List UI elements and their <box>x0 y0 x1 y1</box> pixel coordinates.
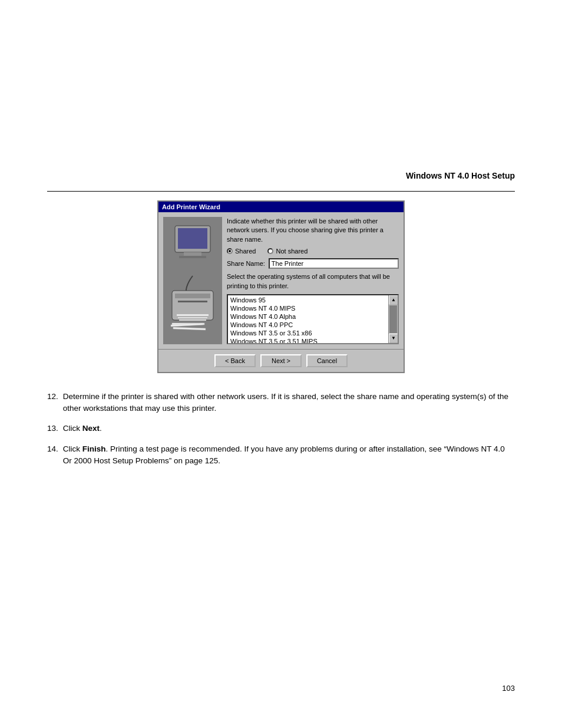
dialog-container: Add Printer Wizard <box>47 200 515 373</box>
svg-rect-2 <box>184 252 201 256</box>
instruction-12-text: Determine if the printer is shared with … <box>63 391 515 415</box>
os-item-nt40mips[interactable]: Windows NT 4.0 MIPS <box>229 304 396 312</box>
os-item-win95[interactable]: Windows 95 <box>229 296 396 304</box>
radio-row: Shared Not shared <box>227 248 399 255</box>
dialog-instruction: Indicate whether this printer will be sh… <box>227 217 399 244</box>
instruction-14: 14. Click Finish. Printing a test page i… <box>47 443 515 467</box>
os-listbox[interactable]: Windows 95 Windows NT 4.0 MIPS Windows N… <box>227 294 399 344</box>
dialog-footer: < Back Next > Cancel <box>158 349 404 372</box>
instruction-14-number: 14. <box>47 443 58 467</box>
svg-rect-8 <box>178 317 207 318</box>
instruction-12: 12. Determine if the printer is shared w… <box>47 391 515 415</box>
svg-rect-1 <box>178 228 207 249</box>
dialog-image-area <box>163 217 222 344</box>
os-listbox-items: Windows 95 Windows NT 4.0 MIPS Windows N… <box>228 295 398 344</box>
instruction-13: 13. Click Next. <box>47 423 515 434</box>
cancel-button[interactable]: Cancel <box>306 354 348 367</box>
dialog-body: Indicate whether this printer will be sh… <box>158 212 404 349</box>
share-name-row: Share Name: <box>227 258 399 269</box>
os-item-nt351x86[interactable]: Windows NT 3.5 or 3.51 x86 <box>229 329 396 337</box>
svg-rect-12 <box>173 327 206 330</box>
scrollbar-thumb[interactable] <box>389 305 397 333</box>
os-instruction: Select the operating systems of all comp… <box>227 272 399 291</box>
next-button[interactable]: Next > <box>260 354 302 367</box>
main-content: Add Printer Wizard <box>47 200 515 475</box>
add-printer-wizard-dialog: Add Printer Wizard <box>157 200 405 373</box>
dialog-title: Add Printer Wizard <box>162 203 220 210</box>
instruction-14-text: Click Finish. Printing a test page is re… <box>63 443 515 467</box>
instruction-12-number: 12. <box>47 391 58 415</box>
svg-rect-6 <box>178 301 207 302</box>
instructions-section: 12. Determine if the printer is shared w… <box>47 391 515 467</box>
scrollbar-up-arrow[interactable]: ▲ <box>389 295 398 305</box>
scrollbar-down-arrow[interactable]: ▼ <box>389 334 398 343</box>
page-header: Windows NT 4.0 Host Setup <box>0 171 562 180</box>
printer-illustration <box>166 223 219 338</box>
shared-label: Shared <box>235 248 256 255</box>
radio-shared[interactable]: Shared <box>227 248 256 255</box>
svg-rect-7 <box>177 314 209 316</box>
shared-radio-button[interactable] <box>227 248 233 254</box>
svg-rect-5 <box>175 294 210 298</box>
os-item-nt40alpha[interactable]: Windows NT 4.0 Alpha <box>229 312 396 321</box>
page-number: 103 <box>502 684 515 693</box>
radio-not-shared[interactable]: Not shared <box>267 248 308 255</box>
instruction-13-number: 13. <box>47 423 58 434</box>
header-rule <box>47 191 515 192</box>
share-name-label: Share Name: <box>227 260 265 267</box>
not-shared-radio-button[interactable] <box>267 248 273 254</box>
not-shared-label: Not shared <box>276 248 308 255</box>
os-item-nt40ppc[interactable]: Windows NT 4.0 PPC <box>229 321 396 329</box>
back-button[interactable]: < Back <box>214 354 256 367</box>
instruction-13-text: Click Next. <box>63 423 102 434</box>
os-scrollbar[interactable]: ▲ ▼ <box>388 295 398 343</box>
os-item-nt351mips[interactable]: Windows NT 3.5 or 3.51 MIPS <box>229 337 396 344</box>
page-title: Windows NT 4.0 Host Setup <box>406 171 515 180</box>
dialog-titlebar: Add Printer Wizard <box>158 202 404 212</box>
svg-rect-9 <box>179 319 206 321</box>
share-name-input[interactable] <box>269 258 399 269</box>
dialog-right-panel: Indicate whether this printer will be sh… <box>227 217 399 344</box>
svg-rect-3 <box>179 256 206 258</box>
